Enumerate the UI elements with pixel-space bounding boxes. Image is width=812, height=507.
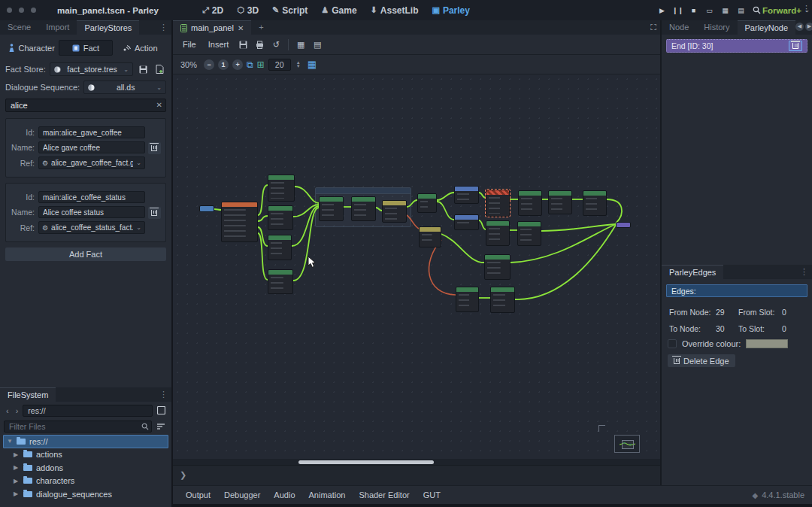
delete-fact-button[interactable]: [148, 207, 161, 219]
snap-toggle-icon[interactable]: ⧉: [247, 59, 253, 70]
zoom-in-button[interactable]: +: [232, 59, 243, 70]
clapper-icon[interactable]: ▤: [734, 3, 748, 17]
bottom-tab-shader-editor[interactable]: Shader Editor: [352, 490, 416, 499]
tree-row-actions[interactable]: ▶ actions: [3, 448, 168, 462]
grid-pattern-icon[interactable]: ⊞: [257, 59, 265, 70]
tab-parleyedges[interactable]: ParleyEdges: [662, 265, 723, 279]
tab-scroll-right-icon[interactable]: ▶: [805, 23, 812, 31]
fact-name-input[interactable]: [38, 206, 145, 218]
graph-node[interactable]: [268, 205, 293, 230]
graph-node[interactable]: [548, 190, 572, 214]
chevron-collapsed-icon[interactable]: ▶: [14, 464, 20, 471]
tab-import[interactable]: Import: [38, 20, 77, 35]
graph-edge[interactable]: [407, 215, 419, 229]
graph-node[interactable]: [490, 287, 515, 313]
split-view-icon[interactable]: [155, 404, 168, 417]
graph-edge[interactable]: [376, 208, 382, 211]
fact-ref-select[interactable]: ⚙ alice_gave_coffee_fact.g ⌄: [38, 156, 145, 169]
graph-node[interactable]: [517, 221, 541, 246]
switcher-3d[interactable]: ⬡3D: [232, 0, 264, 20]
refresh-icon[interactable]: ↺: [268, 38, 283, 52]
action-mode-button[interactable]: Action: [114, 40, 166, 56]
pause-button[interactable]: ❙❙: [671, 3, 685, 17]
history-forward-icon[interactable]: ›: [14, 406, 21, 415]
play-button[interactable]: ▶: [655, 3, 669, 17]
colour-swatch[interactable]: [746, 339, 788, 348]
chevron-collapsed-icon[interactable]: ▶: [14, 451, 20, 458]
tab-main-panel[interactable]: main_panel ✕: [173, 20, 251, 35]
graph-edge[interactable]: [258, 185, 268, 215]
graph-node[interactable]: [268, 235, 292, 260]
bottom-tab-output[interactable]: Output: [179, 490, 217, 499]
new-fact-store-button[interactable]: [153, 63, 166, 76]
save-fact-store-button[interactable]: [137, 63, 150, 76]
edges-section-header[interactable]: Edges:: [666, 284, 807, 297]
fact-mode-button[interactable]: Fact: [59, 40, 112, 56]
dialogue-sequence-select[interactable]: all.ds ⌄: [83, 80, 166, 94]
graph-node[interactable]: [454, 214, 479, 230]
graph-edge[interactable]: [407, 200, 417, 207]
switcher-parley[interactable]: ▣Parley: [426, 0, 474, 20]
switcher-script[interactable]: ✎Script: [267, 0, 313, 20]
clear-search-icon[interactable]: ✕: [156, 101, 162, 109]
bottom-tab-debugger[interactable]: Debugger: [217, 490, 267, 499]
graph-node[interactable]: [486, 220, 510, 246]
graph-node[interactable]: [268, 269, 293, 294]
export-icon[interactable]: [252, 38, 267, 52]
graph-edge[interactable]: [607, 199, 622, 223]
dock-menu-icon[interactable]: ⋮: [796, 265, 812, 279]
new-tab-button[interactable]: +: [251, 20, 271, 35]
tab-parleystores[interactable]: ParleyStores: [77, 20, 139, 35]
graph-edge[interactable]: [429, 240, 456, 295]
window-maximize-icon[interactable]: [31, 8, 36, 13]
graph-node[interactable]: [419, 226, 441, 247]
tree-row-addons[interactable]: ▶ addons: [3, 461, 168, 475]
graph-edge[interactable]: [258, 227, 268, 246]
fact-store-select[interactable]: fact_store.tres ⌄: [50, 62, 133, 76]
delete-fact-button[interactable]: [148, 142, 161, 154]
graph-canvas[interactable]: [173, 74, 660, 459]
expand-bottom-panel-icon[interactable]: ⛶: [650, 23, 656, 32]
graph-node[interactable]: [382, 200, 407, 223]
test-dialogue-icon[interactable]: ▦: [293, 38, 308, 52]
character-mode-button[interactable]: Character: [5, 40, 57, 56]
run-dialogue-icon[interactable]: ▤: [310, 38, 325, 52]
scrollbar-thumb[interactable]: [298, 460, 434, 464]
override-colour-checkbox[interactable]: [668, 339, 677, 348]
titlebar-menu-icon[interactable]: ⋮: [802, 4, 810, 14]
dock-menu-icon[interactable]: ⋮: [156, 20, 171, 35]
graph-node[interactable]: [199, 205, 214, 212]
zoom-reset-button[interactable]: 1: [218, 59, 229, 70]
graph-node[interactable]: [351, 196, 376, 221]
graph-node[interactable]: [484, 254, 511, 280]
delete-edge-button[interactable]: Delete Edge: [668, 354, 735, 367]
window-close-icon[interactable]: [7, 8, 12, 13]
graph-edge[interactable]: [258, 216, 268, 221]
tree-row-dialogue-sequences[interactable]: ▶ dialogue_sequences: [3, 487, 168, 501]
graph-node[interactable]: [417, 193, 437, 213]
graph-node[interactable]: [319, 196, 344, 221]
tree-row-res[interactable]: ▼ res://: [3, 435, 168, 448]
graph-edge[interactable]: [479, 220, 486, 229]
remote-debug-icon[interactable]: ▭: [702, 3, 717, 17]
graph-node[interactable]: [268, 175, 295, 202]
fact-name-input[interactable]: [38, 141, 145, 153]
bottom-tab-animation[interactable]: Animation: [302, 490, 353, 499]
fact-id-input[interactable]: [38, 191, 145, 203]
bottom-tab-gut[interactable]: GUT: [417, 490, 447, 499]
delete-node-button[interactable]: [789, 41, 802, 51]
graph-node[interactable]: [518, 190, 542, 216]
fact-id-input[interactable]: [38, 126, 145, 138]
filter-files-input[interactable]: [4, 420, 152, 433]
insert-menu[interactable]: Insert: [203, 40, 235, 49]
graph-edge[interactable]: [437, 193, 454, 200]
current-path-field[interactable]: [23, 405, 153, 417]
switcher-game[interactable]: ♟Game: [316, 0, 362, 20]
graph-edge[interactable]: [441, 234, 484, 263]
tab-scene[interactable]: Scene: [0, 20, 38, 35]
tab-filesystem[interactable]: FileSystem: [0, 387, 56, 402]
fact-ref-select[interactable]: ⚙ alice_coffee_status_fact. ⌄: [38, 221, 145, 234]
graph-minimap[interactable]: [614, 435, 640, 453]
chevron-expanded-icon[interactable]: ▼: [7, 438, 13, 445]
graph-node[interactable]: [221, 202, 258, 242]
